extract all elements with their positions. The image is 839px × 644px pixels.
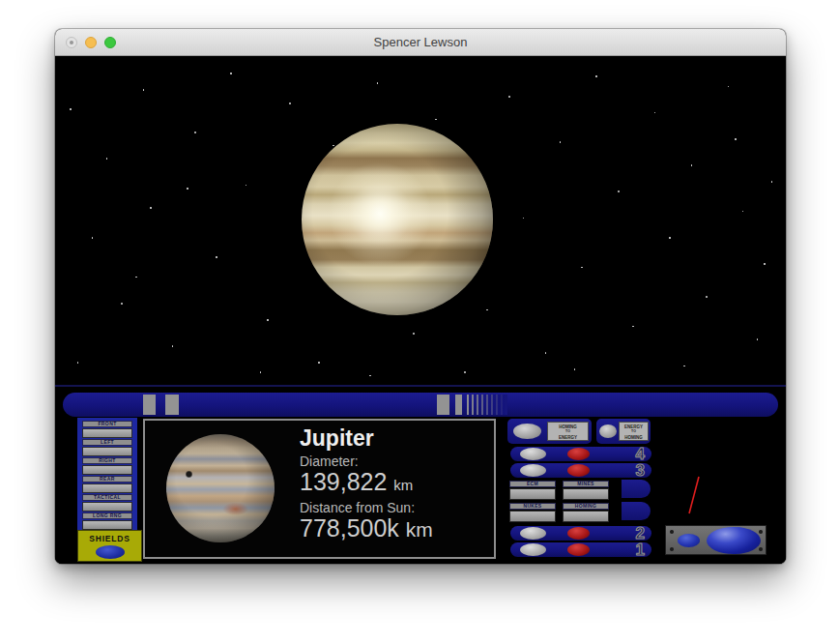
- window-title: Spencer Lewson: [55, 29, 786, 55]
- zoom-window-icon[interactable]: [104, 37, 116, 48]
- star: [172, 345, 174, 347]
- small-thruster-button[interactable]: [678, 534, 700, 547]
- mines-label: MINES: [563, 481, 609, 487]
- star: [216, 256, 217, 258]
- star: [764, 263, 766, 265]
- torpedo-4-white-button[interactable]: [520, 448, 546, 460]
- view-button-long-range[interactable]: [82, 520, 132, 530]
- weapon-group-ecm: ECM: [509, 481, 556, 500]
- view-label-left: LEFT: [82, 439, 132, 446]
- star: [486, 309, 488, 311]
- distance-number: 778,500k: [300, 514, 399, 542]
- star: [654, 112, 656, 114]
- view-button-tactical[interactable]: [82, 502, 132, 512]
- planet-name: Jupiter: [300, 425, 433, 452]
- star: [260, 371, 262, 373]
- close-window-icon[interactable]: [66, 37, 77, 48]
- star: [267, 319, 269, 321]
- star: [143, 89, 145, 91]
- weapon-group-homing: HOMING: [563, 503, 609, 522]
- torpedo-row-3: 3: [510, 463, 651, 478]
- torpedo-4-red-button[interactable]: [567, 448, 590, 460]
- homing-button[interactable]: [563, 511, 609, 522]
- homing-label: HOMING: [563, 503, 609, 510]
- view-button-rear[interactable]: [82, 483, 132, 493]
- energy-to-homing-indicator: [599, 424, 617, 438]
- nukes-label: NUKES: [509, 503, 556, 510]
- diameter-number: 139,822: [300, 468, 387, 495]
- diameter-value: 139,822 km: [300, 469, 433, 498]
- weapon-group-mines: MINES: [563, 481, 609, 500]
- view-group-rear: REAR: [82, 476, 132, 493]
- view-button-right[interactable]: [82, 465, 132, 475]
- game-area: FRONT LEFT RIGHT REAR TACTICAL: [55, 56, 786, 564]
- energy-to-homing-label: ENERGY TO HOMING: [619, 422, 649, 441]
- torpedo-3-red-button[interactable]: [567, 464, 590, 477]
- view-button-left[interactable]: [82, 447, 132, 456]
- star: [246, 185, 247, 187]
- shields-button[interactable]: [96, 545, 125, 559]
- planet-info-panel: Jupiter Diameter: 139,822 km Distance fr…: [143, 419, 496, 559]
- star: [318, 362, 320, 364]
- star: [574, 368, 576, 370]
- view-label-tactical: TACTICAL: [82, 494, 132, 501]
- minimize-window-icon[interactable]: [85, 37, 97, 48]
- torpedo-1-white-button[interactable]: [520, 543, 546, 556]
- star: [683, 366, 685, 367]
- nukes-button[interactable]: [509, 511, 556, 522]
- star: [289, 102, 291, 104]
- star: [728, 86, 730, 88]
- star: [771, 181, 773, 183]
- star: [523, 218, 525, 220]
- star: [92, 237, 94, 239]
- distance-label: Distance from Sun:: [300, 500, 433, 515]
- status-bar: [63, 393, 778, 417]
- energy-to-homing-button[interactable]: ENERGY TO HOMING: [596, 419, 651, 444]
- converter-line: ENERGY: [548, 435, 588, 441]
- distance-value: 778,500k km: [300, 515, 433, 542]
- ecm-button[interactable]: [509, 488, 556, 500]
- view-group-front: FRONT: [82, 421, 132, 438]
- planet-jupiter: [302, 124, 493, 315]
- torpedo-2-white-button[interactable]: [520, 527, 546, 540]
- torpedo-row-number: 1: [636, 542, 645, 557]
- mines-button[interactable]: [563, 488, 609, 500]
- shields-label: SHIELDS: [78, 534, 141, 543]
- star: [106, 158, 108, 160]
- homing-to-energy-indicator: [513, 424, 541, 439]
- homing-to-energy-button[interactable]: HOMING TO ENERGY: [507, 419, 592, 444]
- star: [595, 75, 597, 77]
- bar-mark: [143, 395, 156, 415]
- homing-to-energy-label: HOMING TO ENERGY: [547, 422, 589, 441]
- torpedo-2-red-button[interactable]: [567, 527, 590, 540]
- planet-info-text: Jupiter Diameter: 139,822 km Distance fr…: [300, 425, 433, 542]
- app-window: Spencer Lewson FRONT LEFT: [55, 29, 786, 564]
- view-label-right: RIGHT: [82, 457, 132, 464]
- torpedo-row-number: 2: [636, 526, 645, 541]
- control-panel: FRONT LEFT RIGHT REAR TACTICAL: [55, 385, 786, 564]
- star: [435, 119, 437, 121]
- star: [121, 303, 123, 305]
- diameter-unit: km: [393, 477, 413, 493]
- torpedo-3-white-button[interactable]: [520, 464, 546, 477]
- star: [508, 96, 510, 98]
- ecm-label: ECM: [509, 481, 556, 487]
- star: [742, 211, 744, 213]
- bar-mark: [165, 395, 179, 415]
- star: [413, 333, 415, 335]
- large-thruster-button[interactable]: [707, 527, 761, 554]
- view-label-rear: REAR: [82, 476, 132, 483]
- torpedo-1-red-button[interactable]: [567, 543, 590, 556]
- star: [194, 132, 196, 133]
- view-group-right: RIGHT: [82, 457, 132, 475]
- bar-tick-marks: [467, 395, 507, 415]
- star: [632, 326, 634, 328]
- needle-indicator: [686, 474, 702, 516]
- starfield: [55, 56, 786, 385]
- star: [560, 141, 562, 143]
- view-group-long-range: LONG RNG: [82, 512, 132, 530]
- view-group-tactical: TACTICAL: [82, 494, 132, 512]
- torpedo-row-number: 3: [636, 463, 645, 478]
- bar-mark: [437, 395, 449, 415]
- view-button-front[interactable]: [82, 428, 132, 438]
